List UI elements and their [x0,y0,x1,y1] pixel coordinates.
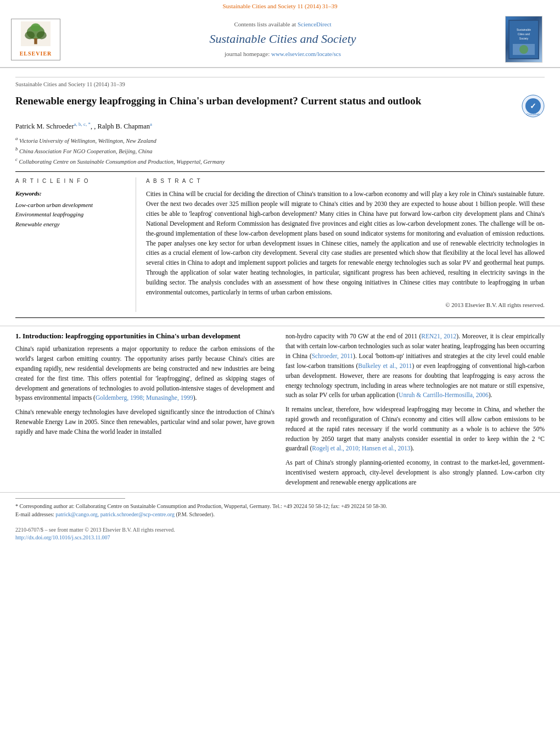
elsevier-logo: ELSEVIER [11,19,60,60]
svg-point-3 [37,31,47,39]
body-column-left: 1. Introduction: leapfrogging opportunit… [15,332,275,492]
crossmark-icon: ✓ CrossMark [522,94,545,118]
section1-para2: China's renewable energy technologies ha… [15,408,275,437]
email-note: E-mail addresses: patrick@cango.org, pat… [15,510,545,518]
section1-col2-para1: non-hydro capacity with 70 GW at the end… [285,332,545,400]
author-primary: Patrick M. Schroeder [15,122,74,130]
article-info-abstract-section: A R T I C L E I N F O Keywords: Low-carb… [15,171,545,318]
affiliation-b: b China Association For NGO Cooperation,… [15,146,545,155]
keyword-2: Environmental leapfrogging [15,210,126,220]
article-info-column: A R T I C L E I N F O Keywords: Low-carb… [15,177,136,312]
ref-rogelj[interactable]: Rogelj et al., 2010; Hansen et al., 2013 [312,445,410,451]
copyright-line: © 2013 Elsevier B.V. All rights reserved… [146,300,545,310]
contents-available-text: Contents lists available at ScienceDirec… [60,20,505,29]
svg-text:Cities and: Cities and [518,32,530,36]
journal-thumbnail: Sustainable Cities and Society [505,16,549,63]
sciencedirect-link[interactable]: ScienceDirect [298,21,332,27]
ref-schroeder[interactable]: Schroeder, 2011 [312,353,353,359]
ref-unruh[interactable]: Unruh & Carrillo-Hermosilla, 2006 [399,392,489,398]
svg-text:Sustainable: Sustainable [517,28,531,31]
footnote-divider-line [15,498,125,499]
article-doi: Sustainable Cities and Society 11 (2014)… [15,77,545,89]
svg-point-12 [519,45,528,54]
body-region: 1. Introduction: leapfrogging opportunit… [0,332,560,492]
abstract-header: A B S T R A C T [146,177,545,185]
doi-line: http://dx.doi.org/10.1016/j.scs.2013.11.… [15,534,545,542]
keywords-label: Keywords: [15,189,126,198]
elsevier-tree-icon [19,21,52,46]
affiliations: a Victoria University of Wellington, Wel… [15,135,545,166]
section1-col2-para3: As part of China's strongly planning-ori… [285,458,545,487]
svg-text:CrossMark: CrossMark [527,113,540,116]
svg-rect-4 [34,38,37,44]
elsevier-brand-text: ELSEVIER [14,50,58,58]
keyword-3: Renewable energy [15,220,126,230]
article-title: Renewable energy leapfrogging in China's… [15,94,516,108]
journal-center: Contents lists available at ScienceDirec… [60,20,505,59]
journal-homepage-line: journal homepage: www.elsevier.com/locat… [60,50,505,58]
coauthor-superscript: a [150,121,152,127]
affiliation-c: c Collaborating Centre on Sustainable Co… [15,156,545,166]
svg-text:Society: Society [519,37,529,40]
journal-title: Sustainable Cities and Society [60,31,505,48]
article-region: Sustainable Cities and Society 11 (2014)… [0,68,560,318]
section1-para1: China's rapid urbanization represents a … [15,344,275,403]
author-coauthor: , Ralph B. Chapman [94,122,150,130]
journal-homepage-link[interactable]: www.elsevier.com/locate/scs [271,51,341,57]
abstract-column: A B S T R A C T Cities in China will be … [136,177,545,312]
article-title-row: Renewable energy leapfrogging in China's… [15,94,545,118]
section-1-title: 1. Introduction: leapfrogging opportunit… [15,332,275,341]
affiliation-a: a Victoria University of Wellington, Wel… [15,135,545,145]
body-two-columns: 1. Introduction: leapfrogging opportunit… [15,332,545,492]
ref-ren21[interactable]: REN21, 2012 [421,333,456,339]
svg-point-2 [25,31,35,39]
svg-point-5 [31,23,41,31]
authors-line: Patrick M. Schroedera, b, c, *, , Ralph … [15,121,545,132]
author-superscript: a, b, c, * [74,121,91,127]
keyword-1: Low-carbon urban development [15,200,126,210]
journal-reference: Sustainable Cities and Society 11 (2014)… [0,0,560,12]
email-link[interactable]: patrick@cango.org, patrick.schroeder@scp… [55,511,175,517]
ref-goldemberg[interactable]: Goldemberg, 1998; Munasinghe, 1999 [96,394,193,401]
footer-bottom: 2210-6707/$ – see front matter © 2013 El… [0,524,560,544]
ref-bulkeley[interactable]: Bulkeley et al., 2011 [358,362,412,369]
journal-header: ELSEVIER Contents lists available at Sci… [0,12,560,68]
issn-line: 2210-6707/$ – see front matter © 2013 El… [15,526,545,534]
doi-link[interactable]: http://dx.doi.org/10.1016/j.scs.2013.11.… [15,534,110,540]
article-info-header: A R T I C L E I N F O [15,177,126,185]
footnote-area: * Corresponding author at: Collaborating… [0,492,560,524]
section1-col2-para2: It remains unclear, therefore, how wides… [285,405,545,454]
abstract-text: Cities in China will be crucial for deci… [146,189,545,310]
corresponding-author-note: * Corresponding author at: Collaborating… [15,502,545,510]
svg-text:✓: ✓ [530,102,536,110]
journal-cover-image: Sustainable Cities and Society [505,16,542,63]
section-divider [0,326,560,326]
keywords-list: Low-carbon urban development Environment… [15,200,126,230]
body-column-right: non-hydro capacity with 70 GW at the end… [285,332,545,492]
